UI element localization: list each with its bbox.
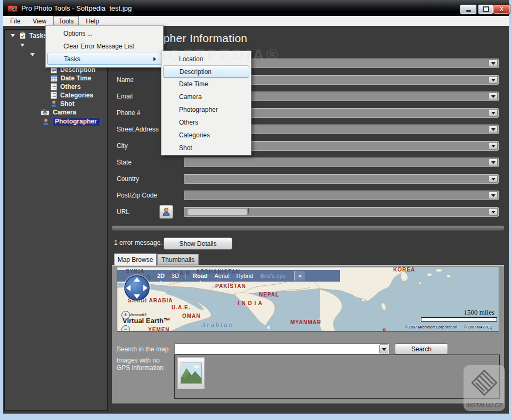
tasks-submenu-item-others[interactable]: Others [161, 116, 251, 129]
map-label-nepal: NEPAL [259, 292, 279, 298]
sidebar-item-shot[interactable]: Shot [51, 100, 75, 108]
menu-file[interactable]: File [5, 16, 26, 27]
sidebar-item-camera[interactable]: Camera [40, 109, 76, 116]
close-button[interactable]: X [493, 4, 510, 14]
instaluj-watermark: INSTALUJ.CZ [464, 365, 505, 411]
tasks-submenu-item-categories[interactable]: Categories [161, 129, 251, 142]
titlebar[interactable]: Pro Photo Tools - Softpedia_test.jpg [3, 0, 509, 16]
app-camera-icon [7, 4, 18, 12]
tree-expander-icon[interactable] [11, 34, 15, 37]
dropdown-arrow-icon[interactable] [489, 175, 498, 183]
post-zip-code-combobox[interactable] [184, 191, 499, 200]
toolbar-collapse-button[interactable]: « [294, 271, 305, 281]
instaluj-label: INSTALUJ.CZ [466, 402, 502, 408]
close-icon: X [500, 6, 503, 12]
landscape-photo [181, 363, 202, 384]
tasks-submenu-item-location[interactable]: Location [161, 53, 251, 65]
field-label-street-address: Street Address [117, 126, 159, 133]
dropdown-arrow-icon[interactable] [379, 344, 388, 353]
dropdown-arrow-icon[interactable] [489, 142, 498, 150]
no-gps-images-list [174, 355, 500, 399]
tab-thumbnails[interactable]: Thumbnails [157, 254, 199, 265]
tasks-submenu-item-camera[interactable]: Camera [161, 90, 251, 103]
field-label-phone: Phone # [117, 109, 141, 117]
sidebar-item-label: Others [60, 83, 81, 90]
virtual-earth-map[interactable]: 2D3D|RoadAerialHybridBird's eye« SYRIAIR… [117, 267, 499, 332]
virtual-earth-logo: Virtual Earth™ [123, 317, 170, 325]
map-mode-hybrid[interactable]: Hybrid [237, 273, 254, 279]
tasks-submenu-item-photographer[interactable]: Photographer [161, 103, 251, 116]
minimize-button[interactable] [460, 4, 477, 14]
restore-icon [483, 6, 489, 12]
contact-person-button[interactable] [159, 205, 173, 219]
dropdown-arrow-icon[interactable] [489, 60, 498, 67]
sidebar-item-categories[interactable]: Categories [51, 92, 93, 99]
url-combobox[interactable] [184, 207, 499, 217]
photo-thumbnail[interactable] [177, 357, 205, 389]
show-details-button[interactable]: Show Details [164, 237, 232, 250]
dropdown-arrow-icon[interactable] [489, 159, 498, 166]
map-scale-bar [421, 317, 497, 322]
tasks-submenu-item-description[interactable]: Description [163, 65, 249, 78]
search-in-map-label: Search in the map [117, 345, 168, 353]
map-copyright-navteq: © 2007 NAVTEQ [464, 325, 492, 329]
country-combobox[interactable] [184, 174, 499, 184]
person-icon [162, 208, 170, 216]
person-icon [43, 118, 49, 126]
sidebar-item-date-time[interactable]: Date Time [51, 75, 91, 82]
dropdown-arrow-icon[interactable] [489, 126, 498, 133]
dropdown-arrow-icon[interactable] [489, 93, 498, 100]
map-label-korea: KOREA [393, 267, 415, 273]
map-copyright-microsoft: © 2007 Microsoft Corporation [405, 325, 457, 329]
sidebar-item-others[interactable]: Others [51, 83, 81, 90]
map-mode-3d[interactable]: 3D [172, 273, 179, 279]
tab-map-browse[interactable]: Map Browse [114, 253, 157, 266]
tasks-submenu-item-date-time[interactable]: Date Time [161, 78, 251, 90]
dropdown-arrow-icon[interactable] [489, 208, 498, 216]
tasks-submenu-item-shot[interactable]: Shot [161, 142, 251, 154]
tree-expander-icon[interactable] [20, 44, 25, 47]
minimize-icon [466, 10, 471, 12]
no-gps-images-label: Images with no GPS information [117, 357, 164, 372]
sidebar-item-label: Date Time [61, 75, 91, 82]
tools-menu-item-options[interactable]: Options ... [46, 27, 163, 40]
tools-menu-item-tasks[interactable]: Tasks [47, 53, 161, 65]
map-mode-bird-s-eye[interactable]: Bird's eye [260, 273, 286, 279]
field-label-country: Country [117, 175, 139, 183]
dropdown-arrow-icon[interactable] [489, 192, 498, 199]
map-label-arabian: Arabian [201, 321, 233, 329]
map-label-i-n-d-i-a: I N D I A [238, 300, 263, 306]
map-zoom-in-button[interactable]: + [121, 311, 130, 319]
map-mode-road[interactable]: Road [193, 273, 208, 279]
sidebar-item-photographer[interactable]: Photographer [43, 117, 101, 126]
dropdown-arrow-icon[interactable] [489, 76, 498, 84]
sidebar-item-label: Camera [53, 109, 76, 116]
separator [112, 226, 504, 230]
tree-root-tasks[interactable]: Tasks [19, 31, 47, 39]
field-label-name: Name [117, 76, 134, 84]
field-label-email: Email [117, 93, 133, 100]
map-label-myanmar: MYANMAR [290, 319, 321, 325]
map-mode-2d[interactable]: 2D [157, 273, 165, 279]
tools-menu-item-clear-error-message-list[interactable]: Clear Error Message List [46, 40, 163, 53]
map-compass-control[interactable] [123, 274, 151, 302]
field-label-post-zip-code: Post/Zip Code [117, 192, 157, 199]
tasks-submenu-popup: LocationDescriptionDate TimeCameraPhotog… [161, 51, 251, 155]
list-icon [51, 83, 57, 90]
instaluj-diamond-icon [470, 368, 499, 397]
map-label-s: S [383, 328, 387, 332]
map-search-combobox[interactable] [174, 343, 389, 355]
tree-expander-icon[interactable] [30, 53, 35, 56]
map-label-oman: OMAN [182, 313, 201, 319]
app-body: Tasks DescriptionDate TimeOthersCategori… [3, 26, 509, 414]
map-zoom-out-button[interactable]: − [121, 325, 130, 332]
dropdown-arrow-icon[interactable] [489, 109, 498, 117]
map-mode-aerial[interactable]: Aerial [214, 273, 229, 279]
redacted-value [188, 209, 247, 215]
sidebar-item-label: Shot [60, 100, 75, 108]
search-button[interactable]: Search [395, 343, 448, 355]
window-title: Pro Photo Tools - Softpedia_test.jpg [21, 4, 132, 12]
restore-button[interactable] [478, 4, 493, 14]
state-combobox[interactable] [184, 158, 499, 167]
map-browse-panel: 2D3D|RoadAerialHybridBird's eye« SYRIAIR… [112, 265, 504, 403]
